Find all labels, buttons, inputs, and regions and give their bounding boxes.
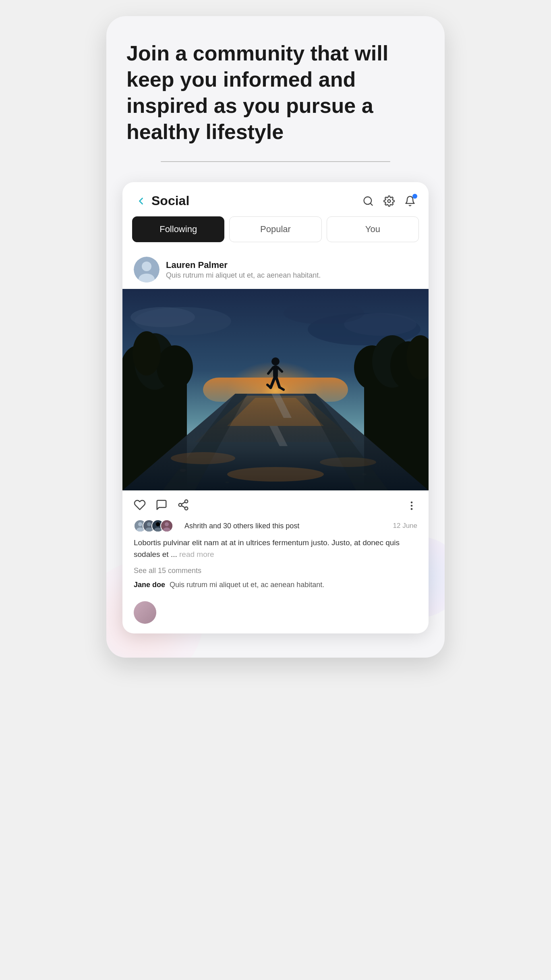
svg-point-13 — [284, 302, 364, 324]
post-actions — [122, 490, 429, 519]
svg-point-63 — [165, 522, 169, 526]
settings-button[interactable] — [383, 195, 395, 207]
share-button[interactable] — [177, 499, 189, 511]
like-button[interactable] — [134, 499, 146, 511]
svg-point-4 — [142, 262, 151, 271]
svg-point-41 — [227, 467, 324, 482]
comment-text: Quis rutrum mi aliquet ut et, ac aenean … — [170, 581, 324, 589]
heart-icon — [134, 499, 146, 511]
header-left: Social — [135, 193, 189, 208]
author-avatar — [134, 257, 160, 282]
notification-button[interactable] — [404, 195, 416, 207]
svg-line-1 — [370, 203, 372, 205]
tab-bar: Following Popular You — [122, 216, 429, 250]
svg-point-52 — [411, 508, 413, 510]
svg-point-50 — [411, 501, 413, 503]
phone-wrapper: Join a community that will keep you info… — [106, 16, 445, 658]
svg-point-2 — [388, 199, 391, 202]
action-icons — [134, 499, 189, 511]
post-date: 12 June — [393, 522, 418, 530]
more-icon — [406, 500, 417, 511]
comment-row: Jane doe Quis rutrum mi aliquet ut et, a… — [122, 578, 429, 597]
mini-avatar-4 — [160, 519, 173, 532]
app-title: Social — [151, 193, 189, 208]
svg-point-39 — [171, 452, 235, 464]
notification-badge — [412, 194, 417, 199]
mini-avatars — [134, 519, 173, 532]
tab-you[interactable]: You — [327, 216, 419, 242]
svg-point-17 — [157, 345, 193, 390]
likes-text: Ashrith and 30 others liked this post — [184, 522, 299, 530]
gear-icon — [383, 195, 395, 207]
post-author: Lauren Palmer Quis rutrum mi aliquet ut … — [122, 250, 429, 289]
likes-left: Ashrith and 30 others liked this post — [134, 519, 299, 532]
search-button[interactable] — [362, 195, 374, 207]
section-divider — [161, 161, 390, 162]
app-card: Social — [122, 182, 429, 633]
svg-point-60 — [156, 522, 160, 526]
more-options-button[interactable] — [406, 498, 417, 511]
svg-point-18 — [133, 331, 161, 376]
post-image — [122, 289, 429, 490]
tab-following[interactable]: Following — [132, 216, 224, 242]
author-name: Lauren Palmer — [166, 260, 321, 270]
read-more-link[interactable]: read more — [179, 550, 214, 559]
svg-point-42 — [180, 469, 186, 472]
back-button[interactable] — [135, 195, 147, 207]
svg-point-40 — [320, 457, 376, 467]
svg-line-48 — [182, 506, 185, 508]
search-icon — [362, 195, 374, 207]
likes-row: Ashrith and 30 others liked this post 12… — [122, 519, 429, 537]
svg-line-49 — [182, 502, 185, 504]
svg-point-51 — [411, 505, 413, 507]
svg-point-43 — [362, 473, 367, 475]
author-info: Lauren Palmer Quis rutrum mi aliquet ut … — [166, 260, 321, 280]
bottom-avatar — [134, 601, 156, 624]
app-header: Social — [122, 182, 429, 216]
svg-point-31 — [271, 357, 280, 365]
post-caption: Lobortis pulvinar elit nam at at in ultr… — [122, 537, 429, 563]
share-icon — [177, 499, 189, 511]
svg-point-54 — [138, 522, 142, 526]
bottom-avatar-area — [122, 597, 429, 633]
comment-button[interactable] — [155, 499, 168, 511]
comment-author: Jane doe — [134, 581, 165, 589]
comment-icon — [155, 499, 168, 511]
caption-text: Lobortis pulvinar elit nam at at in ultr… — [134, 538, 400, 559]
see-all-comments[interactable]: See all 15 comments — [122, 563, 429, 578]
author-bio: Quis rutrum mi aliquet ut et, ac aenean … — [166, 271, 321, 280]
tab-popular[interactable]: Popular — [229, 216, 321, 242]
svg-point-57 — [147, 522, 151, 526]
svg-point-44 — [225, 482, 229, 483]
svg-point-10 — [130, 307, 195, 327]
headline: Join a community that will keep you info… — [122, 40, 429, 145]
header-icons — [362, 195, 416, 207]
